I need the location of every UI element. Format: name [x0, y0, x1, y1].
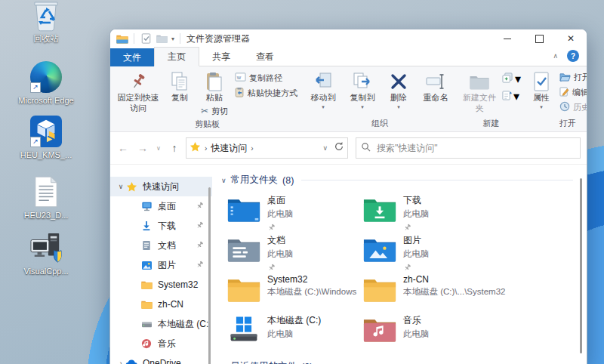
desktop-icon [140, 200, 153, 212]
properties-quick-icon[interactable] [140, 32, 152, 45]
copy-button[interactable]: 复制 [163, 69, 196, 105]
new-folder-icon [470, 71, 489, 92]
customize-qat-chevron-icon[interactable]: ▾ [171, 35, 174, 42]
sidebar-item-onedrive[interactable]: ›OneDrive [110, 353, 212, 364]
sidebar-item-music[interactable]: 音乐 [110, 334, 212, 353]
properties-button[interactable]: 属性 ▾ [527, 69, 556, 111]
new-item-button[interactable]: ▾ [501, 71, 522, 87]
sidebar-item-system32[interactable]: System32 [110, 275, 212, 295]
delete-button[interactable]: 删除 ▾ [383, 69, 414, 111]
cut-button[interactable]: ✂ 剪切 [199, 105, 230, 118]
sidebar-item-documents[interactable]: 文档 [110, 236, 212, 255]
sidebar-item-label: 文档 [158, 239, 196, 252]
folder-tile-downloads[interactable]: 下载此电脑 [363, 194, 499, 234]
folder-tile-desktop[interactable]: 桌面此电脑 [227, 194, 363, 234]
collapse-ribbon-icon[interactable]: ∧ [553, 52, 558, 60]
sidebar-item-pictures[interactable]: 图片 [110, 255, 212, 275]
minimize-icon [504, 39, 511, 39]
paste-shortcut-button[interactable]: 粘贴快捷方式 [233, 86, 300, 100]
history-icon [559, 101, 570, 113]
close-button[interactable]: ✕ [555, 29, 587, 48]
history-button[interactable]: 历史记录 [557, 100, 587, 114]
sidebar-scrollbar[interactable] [208, 187, 211, 364]
search-icon [361, 141, 371, 155]
tile-location: 此电脑 [267, 208, 294, 220]
search-box[interactable] [356, 137, 581, 159]
sidebar-item-local-disk-c[interactable]: 本地磁盘 (C:) [110, 314, 212, 334]
desktop-icon-heu-kms[interactable]: ↗HEU_KMS_... [5, 115, 88, 161]
copy-to-button[interactable]: 复制到 ▾ [344, 69, 381, 111]
folder-tile-documents[interactable]: 文档此电脑 [227, 234, 363, 274]
pin-icon [403, 221, 411, 230]
open-button[interactable]: 打开 ▾ [557, 71, 587, 84]
divider [180, 33, 180, 44]
heu-kms-icon: ↗ [29, 115, 63, 148]
quick-access-toolbar: ▾ [110, 32, 182, 45]
group-label-organize: 组织 [304, 117, 455, 131]
music-folder-icon [363, 316, 396, 343]
desktop-icon-heu-doc[interactable]: HEU23_D... [5, 175, 88, 221]
help-button[interactable]: ? [567, 50, 579, 62]
content-pane: ∨ 常用文件夹 (8) 桌面此电脑 下载此电脑 文档此电脑 图片此电脑 Syst… [212, 165, 587, 364]
paste-button[interactable]: 粘贴 [198, 69, 231, 105]
section-header-frequent-folders[interactable]: ∨ 常用文件夹 (8) [221, 174, 573, 187]
tab-file[interactable]: 文件 [110, 48, 154, 66]
sidebar-item-quick-access[interactable]: ∨快速访问 [110, 177, 212, 196]
desktop-icon-label: 回收站 [34, 34, 59, 45]
minimize-button[interactable] [492, 29, 523, 48]
new-folder-button[interactable]: 新建文件夹 [460, 69, 499, 116]
copy-path-button[interactable]: w 复制路径 [233, 71, 300, 85]
new-folder-quick-icon[interactable] [156, 32, 168, 45]
sidebar-item-label: 音乐 [158, 338, 209, 350]
navigation-pane: ∨快速访问桌面下载文档图片System32zh-CN本地磁盘 (C:)音乐›On… [110, 165, 212, 364]
content-scrollbar[interactable] [580, 178, 582, 353]
folder-tile-system32[interactable]: System32本地磁盘 (C:)\Windows [227, 274, 363, 314]
chevron-right-icon[interactable]: › [116, 359, 125, 364]
rename-button[interactable]: 重命名 [416, 69, 455, 105]
maximize-button[interactable] [523, 29, 555, 48]
tabrow-right: ∧ ? [553, 50, 579, 62]
sidebar-item-desktop[interactable]: 桌面 [110, 196, 212, 216]
desktop-icon-edge[interactable]: ↗Microsoft Edge [5, 60, 88, 106]
edit-button[interactable]: 编辑 [557, 85, 587, 99]
easy-access-button[interactable]: ▾ [501, 88, 522, 104]
forward-button[interactable]: → [134, 140, 151, 156]
refresh-icon[interactable] [334, 141, 344, 155]
folder-icon [140, 279, 153, 291]
address-bar[interactable]: › 快速访问 › ∨ [186, 137, 348, 159]
move-to-button[interactable]: 移动到 ▾ [304, 69, 342, 111]
desktop-icon-recycle-bin[interactable]: 回收站 [5, 0, 88, 45]
music-icon [140, 338, 153, 350]
search-input[interactable] [375, 142, 575, 154]
cloud-icon [125, 357, 137, 364]
tab-home[interactable]: 主页 [154, 47, 199, 66]
desktop-icon-label: Microsoft Edge [18, 96, 73, 106]
ribbon: 固定到快速访问 复制 粘贴 ✂ 剪切 [110, 66, 587, 132]
tile-name: 桌面 [267, 194, 294, 207]
desktop-icon-visualcpp[interactable]: VisualCpp... [5, 231, 88, 277]
folder-tile-pictures[interactable]: 图片此电脑 [363, 234, 499, 274]
recycle-bin-icon [29, 0, 63, 32]
tile-location: 此电脑 [403, 208, 430, 220]
desktop-icon-label: VisualCpp... [23, 267, 68, 277]
paste-shortcut-icon [235, 87, 245, 99]
pin-to-quick-access-button[interactable]: 固定到快速访问 [115, 69, 162, 116]
copy-icon [171, 71, 189, 92]
breadcrumb-item[interactable]: 快速访问 [211, 142, 247, 155]
folder-tile-local-disk-c[interactable]: 本地磁盘 (C:)此电脑 [227, 314, 363, 354]
folder-tile-music[interactable]: 音乐此电脑 [363, 314, 499, 354]
tab-view[interactable]: 查看 [243, 48, 287, 66]
desktop-folder-icon [227, 196, 260, 223]
easy-access-icon [502, 90, 512, 103]
address-dropdown-icon[interactable]: ∨ [322, 144, 328, 152]
up-button[interactable]: ↑ [166, 140, 183, 156]
tab-share[interactable]: 共享 [199, 48, 243, 66]
recent-locations-chevron-icon[interactable]: ∨ [154, 140, 163, 156]
sidebar-item-zh-cn[interactable]: zh-CN [110, 295, 212, 314]
tile-name: zh-CN [403, 274, 499, 285]
back-button[interactable]: ← [115, 140, 131, 156]
section-header-recent-files[interactable]: ∨ 最近使用的文件 (2) [221, 360, 573, 364]
folder-tile-zh-cn[interactable]: zh-CN本地磁盘 (C:)\...\System32 [363, 274, 499, 314]
sidebar-item-downloads[interactable]: 下载 [110, 216, 212, 236]
chevron-down-icon[interactable]: ∨ [116, 183, 125, 190]
